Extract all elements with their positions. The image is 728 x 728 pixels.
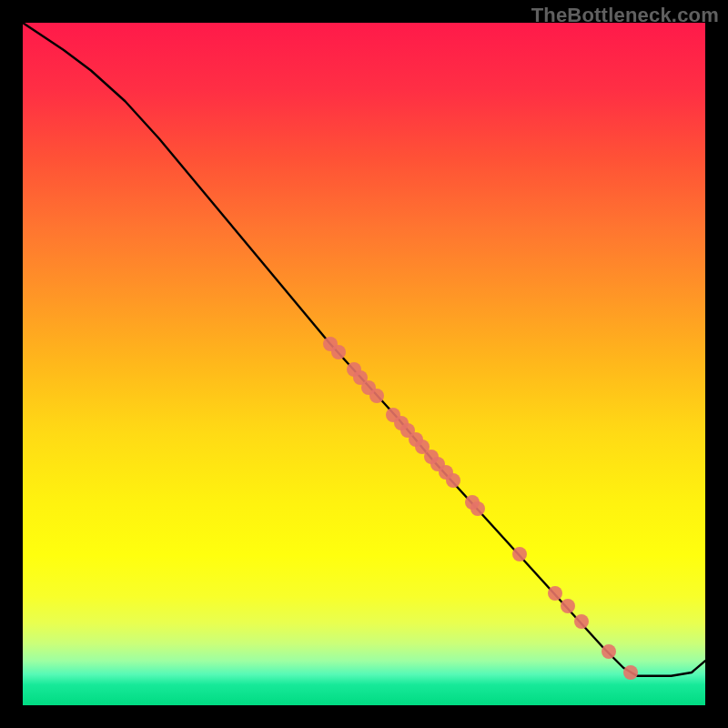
- watermark-label: TheBottleneck.com: [531, 4, 719, 27]
- chart-container: TheBottleneck.com: [0, 0, 728, 728]
- plot-area: [23, 23, 705, 705]
- bottleneck-curve-path: [23, 23, 705, 676]
- curve-svg: [23, 23, 705, 705]
